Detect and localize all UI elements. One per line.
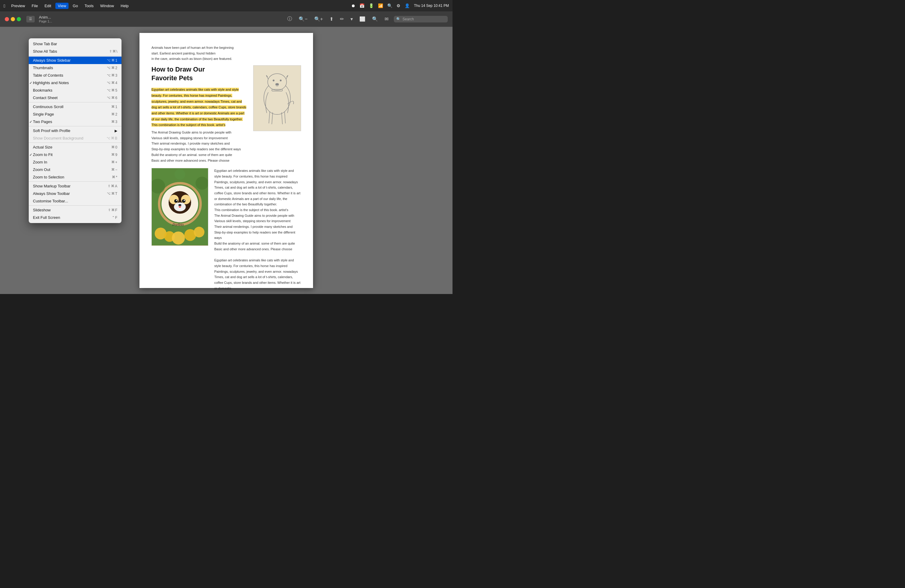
shortcut-zoom-in: ⌘+ xyxy=(111,160,117,164)
menu-show-markup-toolbar[interactable]: Show Markup Toolbar ⇧⌘A xyxy=(29,182,122,190)
menu-zoom-to-fit[interactable]: ✓ Zoom to Fit ⌘9 xyxy=(29,151,122,158)
shortcut-contact-sheet: ⌥⌘6 xyxy=(107,96,117,100)
toolbar-icons: ⓘ 🔍− 🔍+ ⬆ ✏ ▾ ⬜ 🔍 ✉ 🔍 xyxy=(286,15,448,23)
menu-always-show-sidebar[interactable]: Always Show Sidebar ⌥⌘1 xyxy=(29,57,122,64)
search-input[interactable] xyxy=(403,17,445,21)
share-button[interactable]: ⬆ xyxy=(328,15,335,23)
shortcut-zoom-fit: ⌘9 xyxy=(111,153,117,157)
intro-text: Animals have been part of human art from… xyxy=(151,45,301,62)
menu-item-label: Zoom In xyxy=(33,160,47,164)
menu-slideshow[interactable]: Slideshow ⇧⌘F xyxy=(29,206,122,214)
mail-button[interactable]: ✉ xyxy=(383,15,390,23)
pet-photo-image: Porfirio xyxy=(151,168,208,246)
sidebar-toggle-button[interactable]: ☰ xyxy=(26,16,35,22)
menu-show-all-tabs[interactable]: Show All Tabs ⇧⌘\ xyxy=(29,48,122,55)
menu-item-label: Continuous Scroll xyxy=(33,105,64,109)
zoom-in-button[interactable]: 🔍+ xyxy=(313,15,324,23)
menu-item-label: Soft Proof with Profile xyxy=(33,129,70,133)
menu-always-show-toolbar[interactable]: Always Show Toolbar ⌥⌘T xyxy=(29,190,122,197)
shortcut-single-page: ⌘2 xyxy=(111,112,117,116)
menu-zoom-out[interactable]: Zoom Out ⌘− xyxy=(29,166,122,173)
menu-bookmarks[interactable]: Bookmarks ⌥⌘5 xyxy=(29,86,122,94)
menu-section-toolbars: Show Markup Toolbar ⇧⌘A Always Show Tool… xyxy=(29,182,122,206)
menu-item-label: Show Markup Toolbar xyxy=(33,184,71,188)
menu-item-label: Customise Toolbar... xyxy=(33,199,68,203)
menu-soft-proof[interactable]: Soft Proof with Profile ▶ xyxy=(29,127,122,134)
menu-actual-size[interactable]: Actual Size ⌘0 xyxy=(29,143,122,151)
shortcut-exit-fullscreen: ⌃F xyxy=(112,216,117,220)
svg-point-14 xyxy=(172,231,185,245)
menu-item-label: Bookmarks xyxy=(33,88,52,92)
menu-help[interactable]: Help xyxy=(118,3,131,9)
menu-file[interactable]: File xyxy=(29,3,40,9)
svg-point-24 xyxy=(182,199,186,203)
menu-zoom-to-selection[interactable]: Zoom to Selection ⌘* xyxy=(29,173,122,181)
shortcut-actual-size: ⌘0 xyxy=(111,145,117,149)
menu-highlights-notes[interactable]: ✓ Highlights and Notes ⌥⌘4 xyxy=(29,79,122,86)
menu-section-pages: Continuous Scroll ⌘1 Single Page ⌘2 ✓ Tw… xyxy=(29,102,122,126)
menu-view[interactable]: View xyxy=(56,3,68,9)
search-bar[interactable]: 🔍 xyxy=(394,16,448,22)
menu-show-tab-bar[interactable]: Show Tab Bar xyxy=(29,40,122,48)
menu-table-of-contents[interactable]: Table of Contents ⌥⌘3 xyxy=(29,72,122,79)
svg-point-29 xyxy=(195,176,208,190)
shortcut-bookmarks: ⌥⌘5 xyxy=(107,88,117,92)
shortcut-always-show-sidebar: ⌥⌘1 xyxy=(107,58,117,63)
menu-two-pages[interactable]: ✓ Two Pages ⌘3 xyxy=(29,118,122,126)
search-doc-button[interactable]: 🔍 xyxy=(371,15,379,23)
control-center-icon[interactable]: ⚙ xyxy=(397,3,400,8)
selection-button[interactable]: ⬜ xyxy=(358,15,367,23)
menu-tools[interactable]: Tools xyxy=(82,3,96,9)
document-subtitle: Page 1... xyxy=(39,19,52,23)
check-highlights: ✓ xyxy=(29,81,32,85)
menu-window[interactable]: Window xyxy=(98,3,116,9)
pencil-button[interactable]: ✏ xyxy=(339,15,345,23)
pencil-dropdown[interactable]: ▾ xyxy=(349,15,354,23)
info-button[interactable]: ⓘ xyxy=(286,15,293,23)
menu-item-label: Highlights and Notes xyxy=(33,81,69,85)
page-title: How to Draw OurFavorite Pets xyxy=(151,65,247,82)
svg-text:Porfirio: Porfirio xyxy=(172,223,184,227)
shortcut-markup-toolbar: ⇧⌘A xyxy=(108,184,117,188)
menu-customise-toolbar[interactable]: Customise Toolbar... xyxy=(29,197,122,205)
menu-continuous-scroll[interactable]: Continuous Scroll ⌘1 xyxy=(29,103,122,110)
menu-item-label: Show Tab Bar xyxy=(33,41,57,46)
menu-contact-sheet[interactable]: Contact Sheet ⌥⌘6 xyxy=(29,94,122,102)
menu-single-page[interactable]: Single Page ⌘2 xyxy=(29,110,122,118)
svg-point-4 xyxy=(280,79,282,81)
fullscreen-button[interactable] xyxy=(17,17,21,21)
svg-point-20 xyxy=(169,195,179,205)
close-button[interactable] xyxy=(5,17,9,21)
zoom-out-button[interactable]: 🔍− xyxy=(297,15,308,23)
shortcut-zoom-out: ⌘− xyxy=(111,168,117,172)
menu-item-label: Zoom to Selection xyxy=(33,175,64,180)
page-content: Animals have been part of human art from… xyxy=(140,33,313,288)
system-time: Thu 14 Sep 10:41 PM xyxy=(414,3,449,8)
minimize-button[interactable] xyxy=(11,17,15,21)
svg-point-27 xyxy=(178,204,181,206)
menu-exit-fullscreen[interactable]: Exit Full Screen ⌃F xyxy=(29,214,122,221)
menu-zoom-in[interactable]: Zoom In ⌘+ xyxy=(29,158,122,166)
menu-thumbnails[interactable]: Thumbnails ⌥⌘2 xyxy=(29,64,122,72)
menu-item-label: Table of Contents xyxy=(33,73,63,78)
svg-point-26 xyxy=(184,200,185,201)
record-icon: ⏺ xyxy=(351,3,355,8)
menu-item-label: Always Show Toolbar xyxy=(33,191,70,196)
menubar:  Preview File Edit View Go Tools Window… xyxy=(0,0,452,11)
apple-icon[interactable]:  xyxy=(3,3,5,8)
menu-edit[interactable]: Edit xyxy=(42,3,54,9)
battery-icon: 🔋 xyxy=(369,3,374,8)
shortcut-two-pages: ⌘3 xyxy=(111,120,117,124)
check-two-pages: ✓ xyxy=(29,120,32,124)
menu-item-label: Show Document Background xyxy=(33,136,83,140)
menu-preview[interactable]: Preview xyxy=(9,3,27,9)
titlebar: ☰ Anim... Page 1... ⓘ 🔍− 🔍+ ⬆ ✏ ▾ ⬜ 🔍 ✉ … xyxy=(0,11,452,27)
dog-sketch-image xyxy=(253,65,301,131)
menu-item-label: Single Page xyxy=(33,112,54,116)
menu-go[interactable]: Go xyxy=(70,3,80,9)
svg-point-25 xyxy=(176,200,177,201)
menu-section-tabs: Show Tab Bar Show All Tabs ⇧⌘\ xyxy=(29,40,122,56)
search-menu-icon[interactable]: 🔍 xyxy=(387,3,392,8)
menu-item-label: Contact Sheet xyxy=(33,95,57,100)
view-menu-dropdown[interactable]: Show Tab Bar Show All Tabs ⇧⌘\ Always Sh… xyxy=(29,38,122,223)
